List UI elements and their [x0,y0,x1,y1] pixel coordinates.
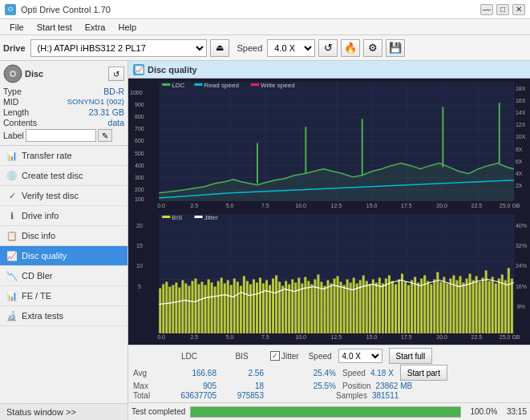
svg-rect-126 [297,277,300,333]
sidebar-item-cd-bler[interactable]: 📉 CD Bler [0,266,127,286]
svg-rect-118 [272,279,274,333]
minimize-button[interactable]: — [480,4,493,15]
svg-rect-161 [411,281,413,333]
burn-button[interactable]: 🔥 [341,39,360,57]
samples-val: 381511 [372,391,399,400]
nav-label-cd-bler: CD Bler [22,271,53,281]
length-val: 23.31 GB [89,107,124,117]
settings-button[interactable]: ⚙ [363,39,382,57]
svg-rect-85 [165,282,168,333]
svg-rect-120 [278,282,281,333]
mid-val: SONYNO1 (002) [67,97,124,107]
svg-text:18X: 18X [516,86,526,91]
sidebar-item-drive-info[interactable]: ℹ Drive info [0,206,127,226]
svg-text:Read speed: Read speed [204,82,239,89]
svg-text:5.0: 5.0 [226,203,234,208]
svg-rect-150 [375,283,378,333]
svg-rect-134 [323,286,326,333]
speed-select[interactable]: 4.0 X [267,39,315,57]
svg-rect-159 [404,282,407,333]
eject-button[interactable]: ⏏ [210,39,229,57]
svg-rect-192 [511,279,513,333]
total-bis: 975853 [220,391,264,400]
svg-rect-142 [350,283,352,333]
svg-rect-148 [369,285,371,333]
svg-rect-136 [330,284,333,333]
drive-select[interactable]: (H:) ATAPI iHBS312 2 PL17 [30,39,207,57]
maximize-button[interactable]: □ [496,4,509,15]
svg-rect-157 [398,280,400,333]
svg-text:7.5: 7.5 [261,334,269,340]
svg-rect-162 [414,277,416,333]
speed-val-avg: 4.18 X [370,369,394,378]
svg-rect-105 [230,285,233,333]
svg-text:800: 800 [135,114,144,119]
svg-text:10: 10 [136,263,143,269]
svg-rect-101 [217,281,220,333]
sidebar-item-transfer-rate[interactable]: 📊 Transfer rate [0,146,127,166]
col-header-ldc: LDC [162,352,216,361]
svg-text:22.5: 22.5 [471,203,483,208]
progress-area: Test completed 100.0% 33:15 [128,402,530,420]
disc-icon [3,64,22,83]
jitter-checkbox[interactable]: ✓ [270,351,280,361]
label-edit-button[interactable]: ✎ [98,129,112,142]
menu-start-test[interactable]: Start test [30,21,79,34]
refresh-button[interactable]: ↺ [318,39,338,57]
sidebar-item-fe-te[interactable]: 📊 FE / TE [0,286,127,306]
svg-text:Write speed: Write speed [261,82,295,89]
label-input[interactable] [26,129,96,142]
status-window-button[interactable]: Status window >> [0,403,127,420]
max-ldc: 905 [162,382,216,390]
svg-text:400: 400 [135,163,144,168]
sidebar-item-disc-info[interactable]: 📋 Disc info [0,226,127,246]
svg-rect-138 [337,276,339,333]
sidebar-item-create-test-disc[interactable]: 💿 Create test disc [0,166,127,186]
menu-file[interactable]: File [3,21,30,34]
svg-text:16X: 16X [516,98,526,103]
sidebar-item-disc-quality[interactable]: 📈 Disc quality [0,246,127,266]
svg-rect-158 [401,273,403,333]
svg-rect-156 [394,285,397,333]
menu-help[interactable]: Help [111,21,143,34]
svg-rect-145 [359,281,362,333]
disc-info-icon: 📋 [6,230,18,241]
svg-rect-99 [211,283,213,333]
svg-rect-137 [334,279,336,333]
svg-text:12.5: 12.5 [331,334,342,340]
nav-label-create-test-disc: Create test disc [22,171,83,180]
speed-label-avg: Speed [342,369,366,378]
svg-text:40%: 40% [516,223,527,228]
start-full-button[interactable]: Start full [389,348,433,364]
svg-text:900: 900 [135,102,144,107]
avg-ldc: 166.68 [162,369,216,378]
svg-rect-91 [184,284,187,333]
sidebar-item-extra-tests[interactable]: 🔬 Extra tests [0,306,127,326]
svg-text:Jitter: Jitter [204,214,219,221]
svg-rect-177 [462,283,464,333]
svg-text:0.0: 0.0 [157,334,165,340]
svg-rect-133 [320,282,322,333]
menu-extra[interactable]: Extra [79,21,112,34]
nav-label-transfer-rate: Transfer rate [22,151,72,160]
speed-select-stats[interactable]: 4.0 X [338,349,382,363]
svg-rect-33 [251,83,259,86]
svg-rect-31 [194,83,202,86]
save-button[interactable]: 💾 [386,39,405,57]
svg-rect-121 [281,286,284,333]
svg-rect-153 [385,279,387,333]
svg-rect-132 [317,274,319,333]
svg-rect-104 [227,281,229,333]
svg-text:8%: 8% [517,304,525,309]
nav-label-disc-info: Disc info [22,231,55,240]
svg-rect-174 [452,275,455,333]
disc-info-table: Type BD-R MID SONYNO1 (002) Length 23.31… [3,87,124,142]
close-button[interactable]: ✕ [512,4,525,15]
stats-area: LDC BIS ✓ Jitter Speed 4.0 X Start full … [128,345,530,402]
disc-refresh-button[interactable]: ↺ [108,67,124,81]
svg-rect-111 [249,285,252,333]
start-part-button[interactable]: Start part [400,365,447,381]
svg-rect-144 [356,284,358,333]
svg-rect-93 [191,281,193,333]
sidebar-item-verify-test-disc[interactable]: ✓ Verify test disc [0,186,127,206]
